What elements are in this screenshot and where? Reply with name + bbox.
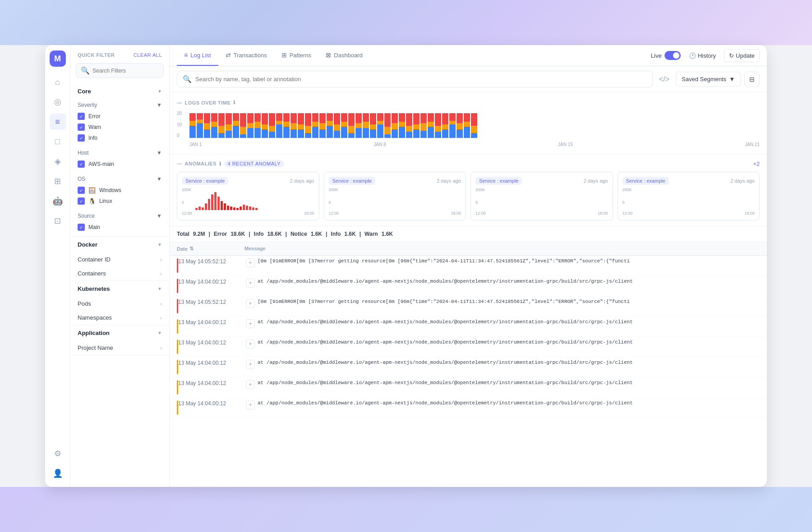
anomaly-card-0[interactable]: Service : example 2 days ago 200K 0 12:0… (177, 172, 319, 220)
saved-segments-dropdown[interactable]: Saved Segments ▼ (676, 72, 741, 87)
nav-icon-files[interactable]: □ (50, 133, 66, 150)
expand-row-button[interactable]: + (246, 258, 255, 267)
filter-icon-button[interactable]: ⊟ (744, 72, 760, 87)
nav-icon-monitoring[interactable]: ◎ (50, 94, 66, 110)
collapse-button[interactable]: — (177, 100, 182, 105)
anomaly-card-1[interactable]: Service : example 2 days ago 200K 0 12:0… (324, 172, 466, 220)
linux-checkbox[interactable] (78, 197, 85, 205)
nav-icon-logs[interactable]: ≡ (50, 114, 66, 130)
app-logo[interactable]: M (50, 50, 66, 67)
info-bar (298, 129, 304, 138)
filter-item-aws[interactable]: AWS-main (78, 159, 162, 170)
mini-bar (240, 206, 242, 210)
filter-search-input[interactable] (92, 68, 159, 74)
application-label: Application (78, 330, 110, 336)
filter-item-linux[interactable]: 🐧 Linux (78, 196, 162, 206)
nav-icon-settings[interactable]: ⚙ (50, 445, 66, 462)
plus-more-label[interactable]: +2 (753, 161, 760, 167)
info-bar (334, 131, 340, 138)
container-id-filter[interactable]: Container ID › (70, 252, 169, 266)
log-row[interactable]: 13 May 14:04:00:12+at /app/node_modules/… (170, 276, 767, 296)
pods-filter[interactable]: Pods › (70, 297, 169, 311)
code-icon[interactable]: </> (656, 73, 672, 86)
history-button[interactable]: 🕐 History (684, 50, 720, 62)
error-bar (457, 113, 463, 123)
expand-row-button[interactable]: + (246, 400, 255, 409)
expand-row-button[interactable]: + (246, 339, 255, 349)
live-toggle[interactable] (664, 51, 681, 60)
warn-bar (363, 122, 369, 128)
info-bar (218, 133, 225, 138)
tab-dashboard[interactable]: ⊠ Dashboard (318, 45, 370, 66)
clear-all-button[interactable]: Clear All (134, 52, 162, 58)
os-header[interactable]: OS ▼ (78, 173, 162, 185)
main-search-box[interactable]: 🔍 (177, 71, 653, 87)
nav-icon-user[interactable]: 👤 (50, 465, 66, 482)
info-bar (254, 128, 261, 138)
error-bar (319, 113, 326, 123)
info-checkbox[interactable] (78, 134, 85, 142)
log-row[interactable]: 13 May 14:05:52:12+[0m [91mERROR[0m [37m… (170, 296, 767, 316)
info-bar (269, 132, 275, 138)
tab-transactions[interactable]: ⇄ Transactions (218, 45, 274, 66)
log-row[interactable]: 13 May 14:04:00:12+at /app/node_modules/… (170, 398, 767, 418)
nav-icon-integration[interactable]: ⊡ (50, 213, 66, 229)
project-name-filter[interactable]: Project Name › (70, 341, 169, 355)
filter-section-docker-header[interactable]: Docker ▼ (70, 237, 169, 252)
anomaly-card-3[interactable]: Service : example 2 days ago 200K 0 12:0… (618, 172, 760, 220)
expand-row-button[interactable]: + (246, 360, 255, 369)
host-header[interactable]: Host ▼ (78, 147, 162, 159)
severity-header[interactable]: Severity ▼ (78, 99, 162, 111)
expand-row-button[interactable]: + (246, 299, 255, 308)
time-ago-3: 2 days ago (730, 178, 755, 183)
log-row[interactable]: 13 May 14:05:52:12+[0m [91mERROR[0m [37m… (170, 256, 767, 276)
log-rows-container: 13 May 14:05:52:12+[0m [91mERROR[0m [37m… (170, 256, 767, 418)
update-button[interactable]: ↻ Update (724, 49, 760, 62)
filter-item-windows[interactable]: 🪟 Windows (78, 185, 162, 196)
main-checkbox[interactable] (78, 224, 85, 231)
filter-section-kubernetes-header[interactable]: Kubernetes ▼ (70, 281, 169, 297)
expand-row-button[interactable]: + (246, 380, 255, 389)
filter-panel: QUICK FILTER Clear All 🔍 Core ▼ Severity… (70, 45, 170, 487)
warn-bar (464, 122, 470, 127)
log-date: 13 May 14:04:00:12 (178, 400, 246, 407)
expand-row-button[interactable]: + (246, 319, 255, 328)
tab-log-list[interactable]: ≡ Log List (177, 45, 218, 66)
warn-checkbox[interactable] (78, 124, 85, 131)
filter-section-docker: Docker ▼ Container ID › Containers › (70, 237, 169, 281)
main-search-input[interactable] (195, 76, 647, 83)
source-header[interactable]: Source ▼ (78, 210, 162, 222)
service-tag-2: Service : example (475, 177, 522, 185)
filter-item-main[interactable]: Main (78, 222, 162, 233)
warn-bar (276, 121, 282, 124)
anomaly-card-2[interactable]: Service : example 2 days ago 200K 0 12:0… (471, 172, 613, 220)
log-row[interactable]: 13 May 14:04:00:12+at /app/node_modules/… (170, 337, 767, 357)
log-row[interactable]: 13 May 14:04:00:12+at /app/node_modules/… (170, 377, 767, 398)
log-row[interactable]: 13 May 14:04:00:12+at /app/node_modules/… (170, 316, 767, 337)
filter-section-core-header[interactable]: Core ▼ (70, 83, 169, 99)
log-row[interactable]: 13 May 14:04:00:12+at /app/node_modules/… (170, 357, 767, 377)
nav-icon-analytics[interactable]: ◈ (50, 153, 66, 170)
nav-icon-bot[interactable]: 🤖 (50, 193, 66, 209)
nav-icon-home[interactable]: ⌂ (50, 74, 66, 90)
tab-log-list-label: Log List (190, 52, 211, 59)
aws-checkbox[interactable] (78, 161, 85, 168)
filter-section-application-header[interactable]: Application ▼ (70, 325, 169, 341)
top-bar-right: Live 🕐 History ↻ Update (651, 49, 760, 62)
filter-search-box[interactable]: 🔍 (76, 63, 164, 78)
windows-checkbox[interactable] (78, 187, 85, 194)
tab-patterns[interactable]: ⊞ Patterns (274, 45, 318, 66)
nav-icon-grid[interactable]: ⊞ (50, 173, 66, 189)
filter-item-info[interactable]: Info (78, 133, 162, 143)
collapse-anomalies-button[interactable]: — (177, 161, 182, 166)
error-checkbox[interactable] (78, 113, 85, 120)
namespaces-filter[interactable]: Namespaces › (70, 311, 169, 325)
containers-filter[interactable]: Containers › (70, 266, 169, 280)
expand-row-button[interactable]: + (246, 279, 255, 288)
filter-item-warn[interactable]: Warn (78, 122, 162, 133)
sort-icon[interactable]: ⇅ (189, 246, 194, 252)
bar-group (197, 113, 203, 138)
filter-item-error[interactable]: Error (78, 111, 162, 122)
info-bar (471, 133, 477, 138)
bar-group (298, 113, 304, 138)
